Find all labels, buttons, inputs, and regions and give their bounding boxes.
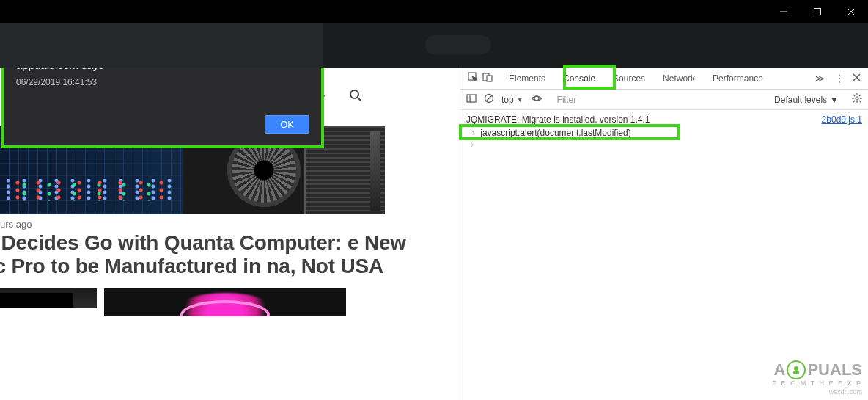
svg-line-14 <box>486 95 492 101</box>
watermark-site: wsxdn.com <box>772 388 862 396</box>
devtools-pane: Elements Console Sources Network Perform… <box>460 68 868 400</box>
triangle-down-icon: ▼ <box>517 96 523 103</box>
triangle-down-icon: ▼ <box>830 95 839 105</box>
minimize-button[interactable] <box>767 0 801 23</box>
devtools-tablist: Elements Console Sources Network Perform… <box>460 68 868 90</box>
tab-elements[interactable]: Elements <box>500 68 554 89</box>
svg-point-16 <box>856 97 858 100</box>
console-input-prompt[interactable]: › <box>466 139 862 150</box>
alert-origin: appuals.com says <box>16 68 309 71</box>
watermark-brand-rest: PUALS <box>807 360 862 379</box>
clear-console-icon[interactable] <box>484 93 494 106</box>
svg-line-22 <box>859 101 861 102</box>
thumbnail-1[interactable] <box>0 288 97 316</box>
svg-rect-8 <box>487 76 492 81</box>
devtools-menu-icon[interactable]: ⋮ <box>835 73 842 84</box>
watermark-mascot-icon <box>787 360 806 379</box>
watermark-tagline: F R O M T H E E X P <box>772 379 862 387</box>
context-selector[interactable]: top ▼ <box>501 95 523 105</box>
tab-performance[interactable]: Performance <box>704 68 772 89</box>
omnibox-blur <box>425 35 491 54</box>
log-level-label: Default levels <box>774 95 827 105</box>
svg-rect-1 <box>814 9 821 15</box>
related-thumbs <box>0 288 460 316</box>
thumbnail-2[interactable] <box>104 288 346 316</box>
context-selector-label: top <box>501 95 514 105</box>
watermark: A PUALS F R O M T H E E X P wsxdn.com <box>772 360 862 396</box>
tabstrip-rest <box>323 23 868 68</box>
console-output[interactable]: JQMIGRATE: Migrate is installed, version… <box>460 110 868 400</box>
devtools-close-icon[interactable] <box>853 73 861 84</box>
live-expression-icon[interactable] <box>531 94 542 105</box>
svg-line-24 <box>859 95 861 96</box>
svg-line-23 <box>853 101 855 102</box>
window-titlebar <box>0 0 868 23</box>
alert-ok-button[interactable]: OK <box>265 115 309 134</box>
webpage-pane: appuals.com says 06/29/2019 16:41:53 OK … <box>0 68 460 400</box>
js-alert-dialog: appuals.com says 06/29/2019 16:41:53 OK <box>4 68 321 145</box>
svg-line-21 <box>853 95 855 96</box>
browser-tabstrip <box>0 23 868 68</box>
console-sidebar-toggle-icon[interactable] <box>466 93 477 106</box>
alert-message: 06/29/2019 16:41:53 <box>16 77 309 87</box>
command-highlight-box <box>459 124 680 140</box>
log-level-selector[interactable]: Default levels ▼ <box>774 95 839 105</box>
device-toggle-icon[interactable] <box>482 72 493 84</box>
console-filter-input[interactable]: Filter <box>550 95 767 105</box>
svg-rect-26 <box>793 371 799 374</box>
console-tab-highlight <box>563 65 616 90</box>
console-settings-icon[interactable] <box>852 93 862 106</box>
search-icon[interactable] <box>349 89 362 105</box>
svg-rect-11 <box>467 95 476 102</box>
inspect-element-icon[interactable] <box>468 72 478 84</box>
tab-network[interactable]: Network <box>654 68 704 89</box>
tab-overflow[interactable]: ≫ <box>815 73 825 84</box>
article-meta: urs ago <box>0 214 460 231</box>
maximize-button[interactable] <box>801 0 834 23</box>
svg-line-5 <box>358 98 361 101</box>
watermark-brand-a: A <box>774 360 786 379</box>
log-source-link[interactable]: 2b0d9.js:1 <box>822 114 862 125</box>
svg-point-25 <box>794 366 798 371</box>
console-toolbar: top ▼ Filter Default levels ▼ <box>460 90 868 110</box>
active-tab-region <box>0 23 323 68</box>
article-headline[interactable]: ble Decides Go with Quanta Computer: e N… <box>0 231 460 278</box>
log-message: JQMIGRATE: Migrate is installed, version… <box>466 114 650 125</box>
close-window-button[interactable] <box>834 0 868 23</box>
svg-point-4 <box>350 90 358 98</box>
